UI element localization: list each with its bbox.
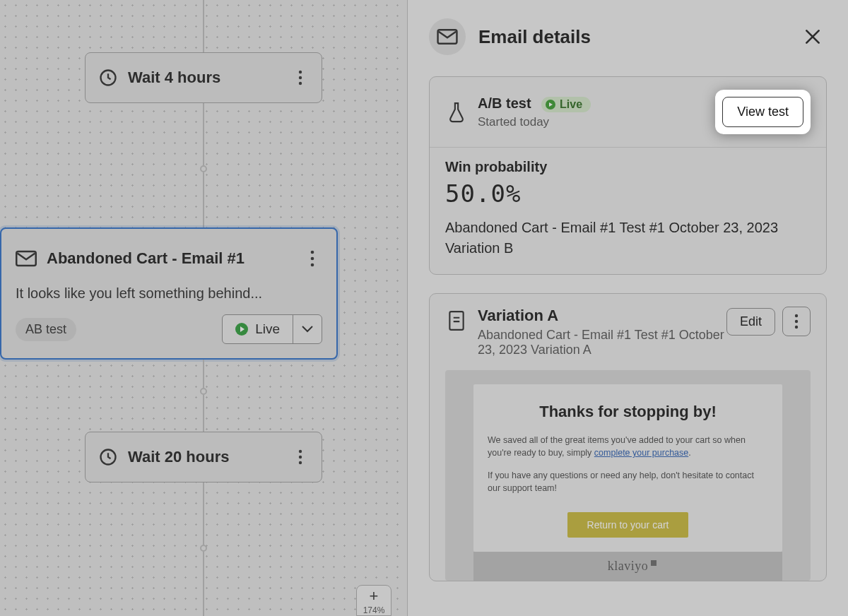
- flow-canvas[interactable]: Wait 4 hours Abandoned Cart - Email #1 I…: [0, 0, 407, 616]
- winning-variation-name: Abandoned Cart - Email #1 Test #1 Octobe…: [445, 218, 811, 259]
- variation-title: Variation A: [478, 307, 726, 325]
- email-node-title: Abandoned Cart - Email #1: [47, 249, 245, 268]
- status-label: Live: [255, 321, 280, 337]
- close-icon: [803, 28, 822, 46]
- more-vertical-icon: [310, 250, 314, 267]
- more-vertical-icon: [298, 449, 302, 465]
- more-vertical-icon: [298, 70, 302, 85]
- complete-purchase-link[interactable]: complete your purchase: [594, 448, 688, 458]
- panel-title: Email details: [478, 26, 591, 48]
- zoom-in-icon[interactable]: +: [357, 588, 391, 604]
- play-icon: [546, 100, 555, 109]
- preview-paragraph-2: If you have any questions or need any he…: [488, 469, 768, 494]
- svg-point-6: [311, 257, 314, 261]
- panel-icon-circle: [429, 18, 466, 55]
- connector-dot: [200, 165, 207, 172]
- win-probability-label: Win probability: [445, 159, 811, 175]
- abtest-badge: AB test: [16, 318, 76, 341]
- flask-icon: [445, 101, 468, 124]
- mail-icon: [16, 250, 37, 267]
- mail-icon: [437, 29, 458, 45]
- svg-point-2: [299, 76, 302, 79]
- variation-card: Variation A Abandoned Cart - Email #1 Te…: [429, 293, 827, 581]
- variation-more-button[interactable]: [782, 307, 811, 336]
- email-node-preview: It looks like you left something behind.…: [16, 285, 322, 302]
- svg-point-5: [311, 251, 314, 254]
- connector: [203, 360, 204, 388]
- live-badge: Live: [541, 97, 591, 112]
- svg-point-3: [299, 82, 302, 85]
- clock-icon: [98, 447, 118, 467]
- more-button[interactable]: [302, 244, 322, 273]
- variation-subtitle: Abandoned Cart - Email #1 Test #1 Octobe…: [478, 328, 726, 357]
- svg-point-16: [795, 326, 798, 328]
- connector: [203, 482, 204, 545]
- svg-point-9: [299, 450, 302, 453]
- connector: [203, 172, 204, 227]
- preview-headline: Thanks for stopping by!: [488, 403, 768, 421]
- play-icon: [235, 323, 248, 336]
- wait-node-1[interactable]: Wait 4 hours: [85, 52, 322, 103]
- preview-cta-button[interactable]: Return to your cart: [567, 512, 689, 538]
- connector-dot: [200, 388, 207, 395]
- more-button[interactable]: [290, 447, 310, 467]
- svg-point-10: [299, 456, 302, 458]
- document-icon: [445, 309, 468, 332]
- more-vertical-icon: [794, 314, 799, 329]
- clock-icon: [98, 68, 118, 88]
- view-test-button[interactable]: View test: [722, 97, 803, 127]
- connector: [203, 395, 204, 432]
- connector: [203, 552, 204, 616]
- svg-point-14: [795, 314, 798, 317]
- connector: [203, 103, 204, 165]
- svg-point-7: [311, 263, 314, 267]
- svg-point-11: [299, 461, 302, 464]
- preview-paragraph-1: We saved all of the great items you've a…: [488, 434, 768, 459]
- wait-node-label: Wait 4 hours: [128, 69, 220, 87]
- details-panel: Email details A/B test Live Started toda…: [407, 0, 848, 616]
- svg-point-15: [795, 320, 798, 323]
- wait-node-2[interactable]: Wait 20 hours: [85, 432, 322, 482]
- more-button[interactable]: [290, 68, 310, 88]
- live-label: Live: [560, 98, 582, 111]
- preview-brand-footer: klaviyo: [473, 552, 782, 581]
- win-probability-value: 50.0%: [445, 179, 811, 208]
- connector: [203, 0, 204, 52]
- edit-button[interactable]: Edit: [726, 308, 775, 336]
- zoom-level: 174%: [357, 604, 391, 615]
- svg-point-1: [299, 71, 302, 73]
- preview-text: .: [688, 448, 690, 458]
- email-preview: Thanks for stopping by! We saved all of …: [445, 370, 811, 581]
- connector-dot: [200, 545, 207, 552]
- abtest-heading: A/B test: [478, 95, 531, 112]
- close-button[interactable]: [799, 23, 827, 51]
- email-node-selected[interactable]: Abandoned Cart - Email #1 It looks like …: [0, 227, 338, 360]
- brand-logo: klaviyo: [608, 559, 649, 574]
- wait-node-label: Wait 20 hours: [128, 448, 229, 466]
- abtest-card: A/B test Live Started today View test Wi…: [429, 76, 827, 275]
- abtest-started: Started today: [478, 115, 591, 129]
- status-dropdown[interactable]: Live: [222, 314, 322, 344]
- zoom-control[interactable]: + 174%: [356, 585, 391, 616]
- view-test-highlight: View test: [715, 90, 811, 134]
- chevron-down-icon: [301, 325, 314, 333]
